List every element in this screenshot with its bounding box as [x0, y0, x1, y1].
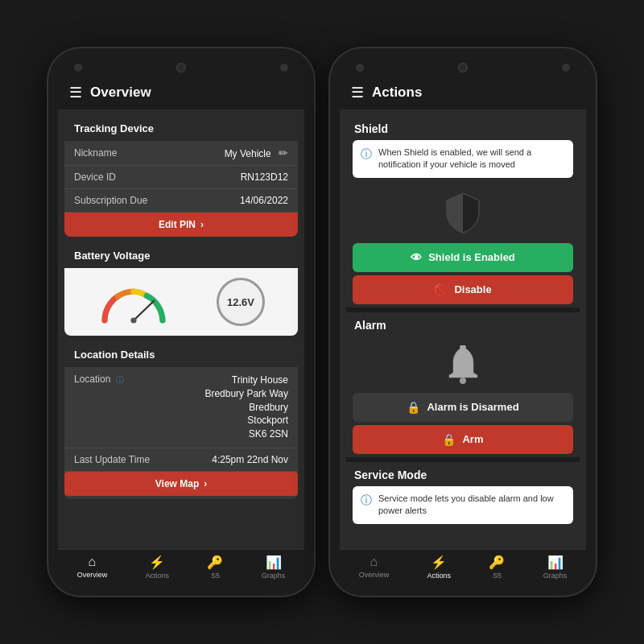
edit-nickname-icon[interactable]: ✏	[279, 147, 288, 159]
edit-pin-button[interactable]: Edit PIN ›	[64, 213, 298, 237]
notch-dot-right-right	[562, 64, 570, 72]
subscription-label: Subscription Due	[74, 195, 147, 206]
shield-info-icon: ⓘ	[361, 147, 372, 162]
svg-line-0	[134, 300, 154, 320]
update-time-value: 4:25pm 22nd Nov	[212, 454, 288, 465]
voltage-display: 12.6V	[217, 278, 265, 326]
nav-s5-right[interactable]: 🔑 S5	[489, 555, 505, 580]
notch-area-left	[58, 58, 304, 76]
notch-dot-left	[74, 64, 82, 72]
nav-overview-right[interactable]: ⌂ Overview	[359, 555, 390, 580]
notch-dot-left-right	[356, 64, 364, 72]
home-icon-left: ⌂	[89, 555, 97, 569]
device-id-label: Device ID	[74, 171, 116, 183]
nav-actions-right[interactable]: ⚡ Actions	[427, 555, 452, 580]
right-bottom-nav: ⌂ Overview ⚡ Actions 🔑 S5 📊 Graphs	[340, 549, 586, 586]
right-phone: ☰ Actions Shield ⓘ When Shield is enable…	[330, 48, 596, 596]
nav-graphs-right[interactable]: 📊 Graphs	[543, 555, 568, 580]
hamburger-icon-right[interactable]: ☰	[351, 84, 364, 101]
alarm-arm-button[interactable]: 🔒 Arm	[353, 425, 573, 454]
bolt-icon-right: ⚡	[431, 555, 447, 570]
subscription-row: Subscription Due 14/06/2022	[64, 189, 298, 213]
device-id-row: Device ID RN123D12	[64, 166, 298, 189]
shield-section: Shield ⓘ When Shield is enabled, we will…	[346, 116, 580, 304]
shield-icon-container	[346, 183, 580, 240]
bell-icon-container	[346, 336, 580, 390]
location-card: Location Details Location ⓘ Trinity Hous…	[64, 342, 298, 499]
key-icon-right: 🔑	[489, 555, 505, 570]
left-app-header: ☰ Overview	[58, 76, 304, 109]
alarm-section: Alarm 🔒 Alarm is Disarmed	[346, 312, 580, 454]
update-time-label: Last Update Time	[74, 454, 150, 465]
shield-info-box: ⓘ When Shield is enabled, we will send a…	[353, 140, 573, 178]
nav-s5-left[interactable]: 🔑 S5	[207, 555, 223, 580]
location-info-icon: ⓘ	[116, 375, 124, 384]
tracking-device-card: Tracking Device Nickname My Vehicle ✏ De…	[64, 116, 298, 237]
nickname-row: Nickname My Vehicle ✏	[64, 141, 298, 166]
battery-gauge	[97, 280, 170, 324]
service-mode-info-text: Service mode lets you disable alarm and …	[378, 493, 565, 518]
nav-graphs-left[interactable]: 📊 Graphs	[262, 555, 286, 580]
home-icon-right: ⌂	[370, 555, 378, 569]
nav-actions-left[interactable]: ⚡ Actions	[146, 555, 170, 580]
right-header-title: Actions	[372, 85, 422, 101]
battery-header: Battery Voltage	[64, 243, 298, 268]
service-mode-info-box: ⓘ Service mode lets you disable alarm an…	[353, 486, 573, 524]
notch-dot-right-left	[280, 64, 288, 72]
hamburger-icon-left[interactable]: ☰	[69, 84, 82, 101]
shield-info-text: When Shield is enabled, we will send a n…	[378, 147, 565, 171]
graphs-icon-left: 📊	[266, 555, 282, 570]
notch-area-right	[340, 58, 586, 76]
device-id-value: RN123D12	[241, 171, 288, 183]
svg-point-2	[460, 378, 466, 384]
svg-rect-3	[460, 345, 466, 349]
shield-icon-svg	[443, 191, 483, 235]
nickname-label: Nickname	[74, 147, 117, 159]
key-icon-left: 🔑	[207, 555, 223, 570]
svg-point-1	[130, 317, 136, 323]
camera-right	[458, 63, 468, 72]
bell-icon-svg	[445, 345, 481, 385]
arm-lock-icon: 🔒	[442, 433, 456, 446]
left-phone: ☰ Overview Tracking Device Nickname My V…	[48, 48, 314, 596]
battery-card: Battery Voltage	[64, 243, 298, 336]
shield-disable-button[interactable]: 🚫 Disable	[353, 275, 573, 304]
tracking-device-header: Tracking Device	[64, 116, 298, 141]
chevron-right-map-icon: ›	[204, 478, 207, 489]
camera-left	[176, 63, 186, 72]
location-row: Location ⓘ Trinity HouseBredbury Park Wa…	[64, 367, 298, 448]
service-mode-title: Service Mode	[346, 462, 580, 486]
left-bottom-nav: ⌂ Overview ⚡ Actions 🔑 S5 📊 Graphs	[58, 549, 304, 586]
location-header: Location Details	[64, 342, 298, 367]
right-content-area: Shield ⓘ When Shield is enabled, we will…	[340, 109, 586, 549]
location-label: Location ⓘ	[74, 374, 124, 386]
left-content-area: Tracking Device Nickname My Vehicle ✏ De…	[58, 109, 304, 549]
left-header-title: Overview	[90, 85, 151, 101]
nickname-value: My Vehicle ✏	[225, 147, 288, 159]
alarm-disarmed-button: 🔒 Alarm is Disarmed	[353, 393, 573, 422]
update-time-row: Last Update Time 4:25pm 22nd Nov	[64, 448, 298, 472]
right-app-header: ☰ Actions	[340, 76, 586, 109]
eye-icon: 👁	[411, 251, 422, 264]
graphs-icon-right: 📊	[547, 555, 564, 570]
chevron-right-icon: ›	[200, 219, 204, 230]
bolt-icon-left: ⚡	[149, 555, 165, 570]
shield-section-title: Shield	[346, 116, 580, 140]
lock-icon: 🔒	[407, 401, 420, 414]
nav-overview-left[interactable]: ⌂ Overview	[77, 555, 108, 580]
shield-enabled-button[interactable]: 👁 Shield is Enabled	[353, 243, 573, 272]
alarm-section-title: Alarm	[346, 312, 580, 336]
view-map-button[interactable]: View Map ›	[64, 472, 298, 496]
disable-icon: 🚫	[434, 283, 448, 296]
service-mode-section: Service Mode ⓘ Service mode lets you dis…	[346, 462, 580, 524]
location-value: Trinity HouseBredbury Park WayBredburySt…	[204, 374, 288, 441]
battery-section: 12.6V	[64, 268, 298, 336]
service-info-icon: ⓘ	[361, 493, 372, 508]
subscription-value: 14/06/2022	[240, 195, 288, 206]
